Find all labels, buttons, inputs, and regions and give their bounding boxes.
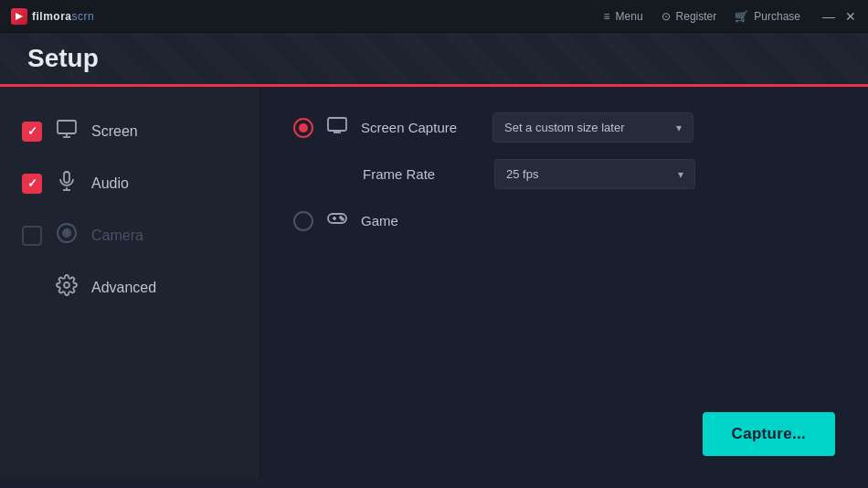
cart-icon: 🛒 <box>735 10 748 23</box>
screen-capture-row: Screen Capture Set a custom size later ▾ <box>293 112 835 143</box>
screen-capture-dropdown[interactable]: Set a custom size later ▾ <box>492 112 693 143</box>
purchase-label: Purchase <box>754 10 800 23</box>
frame-rate-dropdown[interactable]: 25 fps ▾ <box>494 159 695 189</box>
app-logo: filmorascrn <box>11 8 94 25</box>
close-button[interactable]: ✕ <box>844 10 857 23</box>
logo-icon <box>11 8 27 25</box>
audio-checkbox[interactable]: ✓ <box>22 174 42 194</box>
svg-rect-1 <box>58 121 76 133</box>
gamepad-svg <box>326 207 348 229</box>
checkmark-icon: ✓ <box>27 176 37 190</box>
content-area: Screen Capture Set a custom size later ▾… <box>260 87 868 478</box>
camera-checkbox[interactable] <box>22 226 42 246</box>
svg-rect-10 <box>328 118 346 131</box>
logo-text-scrn: scrn <box>72 10 95 23</box>
screen-checkbox[interactable]: ✓ <box>22 122 42 142</box>
sidebar-item-camera[interactable]: Camera <box>0 209 259 261</box>
svg-marker-0 <box>16 13 23 20</box>
gear-svg <box>56 274 78 296</box>
purchase-button[interactable]: 🛒 Purchase <box>735 10 800 23</box>
main-content: ✓ Screen ✓ <box>0 87 868 478</box>
game-radio[interactable] <box>293 211 313 231</box>
checkmark-icon: ✓ <box>27 124 37 138</box>
camera-label: Camera <box>91 228 143 244</box>
menu-icon: ≡ <box>604 10 610 23</box>
register-icon: ⊙ <box>662 10 671 23</box>
menu-button[interactable]: ≡ Menu <box>604 10 643 23</box>
svg-point-17 <box>342 218 344 220</box>
window-controls: — ✕ <box>822 10 857 23</box>
camera-icon <box>55 222 79 249</box>
audio-icon <box>55 170 79 196</box>
title-bar: filmorascrn ≡ Menu ⊙ Register 🛒 Purchase… <box>0 0 868 33</box>
game-icon <box>326 207 348 234</box>
screen-capture-label: Screen Capture <box>361 120 480 135</box>
screen-capture-svg <box>326 114 348 136</box>
screen-label: Screen <box>91 123 138 140</box>
screen-capture-icon <box>326 114 348 141</box>
register-button[interactable]: ⊙ Register <box>662 10 717 23</box>
header: Setup <box>0 33 868 87</box>
sidebar: ✓ Screen ✓ <box>0 87 260 478</box>
monitor-svg <box>56 118 78 140</box>
svg-point-9 <box>64 282 69 288</box>
game-row: Game <box>293 207 835 234</box>
sidebar-item-advanced[interactable]: Advanced <box>0 261 259 313</box>
radio-inner <box>299 123 308 133</box>
advanced-icon <box>55 274 79 301</box>
page-title: Setup <box>27 44 841 73</box>
screen-capture-radio[interactable] <box>293 118 313 138</box>
camera-svg <box>56 222 78 244</box>
svg-rect-4 <box>64 172 69 183</box>
frame-rate-row: Frame Rate 25 fps ▾ <box>326 159 835 189</box>
sidebar-item-screen[interactable]: ✓ Screen <box>0 105 259 157</box>
dropdown-arrow-icon: ▾ <box>676 122 682 134</box>
capture-button[interactable]: Capture... <box>703 412 835 456</box>
title-bar-right: ≡ Menu ⊙ Register 🛒 Purchase — ✕ <box>604 10 857 23</box>
logo-text-filmora: filmora <box>32 10 72 23</box>
title-bar-left: filmorascrn <box>11 8 94 25</box>
screen-capture-dropdown-value: Set a custom size later <box>504 121 667 134</box>
sidebar-item-audio[interactable]: ✓ Audio <box>0 157 259 209</box>
menu-label: Menu <box>616 10 643 23</box>
minimize-button[interactable]: — <box>822 10 835 23</box>
frame-rate-label: Frame Rate <box>363 166 482 182</box>
game-label: Game <box>361 213 480 228</box>
advanced-label: Advanced <box>91 280 156 296</box>
svg-point-8 <box>65 231 69 235</box>
app-name: filmorascrn <box>32 10 94 23</box>
audio-label: Audio <box>91 175 129 192</box>
register-label: Register <box>676 10 717 23</box>
frame-rate-dropdown-value: 25 fps <box>506 167 669 181</box>
dropdown-arrow-icon: ▾ <box>678 168 683 181</box>
mic-svg <box>56 170 78 192</box>
screen-icon <box>55 118 79 144</box>
